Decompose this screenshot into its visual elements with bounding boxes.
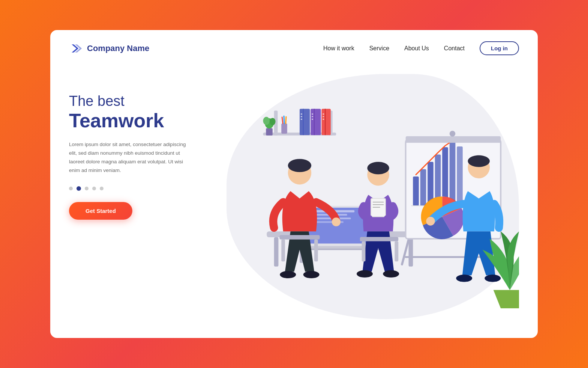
svg-rect-24 (322, 113, 324, 115)
teamwork-illustration (226, 70, 519, 327)
svg-line-12 (286, 117, 286, 124)
main-card: Company Name How it work Service About U… (50, 30, 538, 338)
svg-rect-67 (281, 240, 285, 262)
svg-point-63 (332, 217, 340, 226)
svg-point-70 (367, 162, 389, 174)
svg-rect-30 (409, 237, 413, 267)
company-logo-icon (69, 42, 82, 55)
svg-rect-21 (312, 119, 313, 120)
svg-rect-26 (322, 119, 324, 120)
svg-point-83 (456, 274, 472, 282)
svg-rect-14 (301, 113, 302, 115)
svg-rect-78 (362, 241, 366, 262)
navbar: Company Name How it work Service About U… (50, 30, 538, 66)
svg-rect-45 (413, 176, 419, 206)
svg-rect-16 (301, 119, 302, 120)
svg-point-81 (468, 155, 490, 167)
login-button[interactable]: Log in (480, 41, 519, 55)
svg-point-8 (270, 118, 276, 125)
svg-rect-15 (301, 116, 302, 117)
dot-3[interactable] (85, 187, 88, 190)
nav-how-it-work[interactable]: How it work (323, 45, 354, 52)
svg-rect-5 (266, 128, 273, 136)
svg-rect-66 (279, 235, 320, 240)
logo-area: Company Name (69, 42, 149, 55)
svg-point-60 (450, 131, 456, 137)
nav-service[interactable]: Service (369, 45, 389, 52)
svg-point-64 (280, 271, 296, 279)
hero-description: Lorem ipsum dolor sit amet, consectetuer… (69, 140, 189, 175)
svg-rect-23 (322, 109, 331, 135)
nav-links: How it work Service About Us Contact Log… (323, 41, 519, 55)
dot-1[interactable] (69, 187, 73, 190)
hero-left: The best Teamwork Lorem ipsum dolor sit … (69, 70, 226, 220)
svg-point-62 (288, 159, 311, 172)
svg-line-10 (282, 117, 283, 124)
svg-line-11 (284, 116, 284, 124)
dot-5[interactable] (100, 187, 104, 190)
carousel-dots (69, 186, 226, 191)
svg-point-75 (357, 270, 373, 278)
svg-rect-20 (312, 116, 313, 117)
hero-section: The best Teamwork Lorem ipsum dolor sit … (50, 66, 538, 338)
svg-point-82 (426, 217, 435, 225)
svg-rect-13 (300, 109, 310, 135)
svg-rect-29 (274, 237, 279, 267)
hero-illustration (226, 70, 519, 327)
dot-2[interactable] (76, 186, 81, 191)
svg-point-7 (263, 117, 270, 125)
svg-point-84 (484, 274, 501, 282)
svg-rect-50 (450, 142, 456, 206)
hero-subtitle: The best (69, 93, 226, 110)
svg-rect-51 (457, 146, 463, 206)
svg-point-65 (303, 271, 320, 279)
company-name: Company Name (87, 44, 149, 53)
svg-rect-77 (360, 237, 398, 241)
hero-title: Teamwork (69, 110, 226, 131)
svg-rect-9 (281, 124, 287, 134)
svg-rect-59 (406, 136, 501, 143)
svg-rect-79 (395, 241, 399, 262)
svg-point-76 (383, 270, 399, 278)
nav-contact[interactable]: Contact (444, 45, 465, 52)
svg-rect-18 (310, 109, 321, 135)
svg-rect-19 (312, 113, 313, 115)
nav-about-us[interactable]: About Us (404, 45, 429, 52)
get-started-button[interactable]: Get Started (69, 202, 132, 220)
dot-4[interactable] (92, 187, 96, 190)
svg-rect-25 (322, 116, 324, 117)
svg-rect-46 (420, 169, 426, 206)
svg-rect-68 (314, 240, 318, 262)
